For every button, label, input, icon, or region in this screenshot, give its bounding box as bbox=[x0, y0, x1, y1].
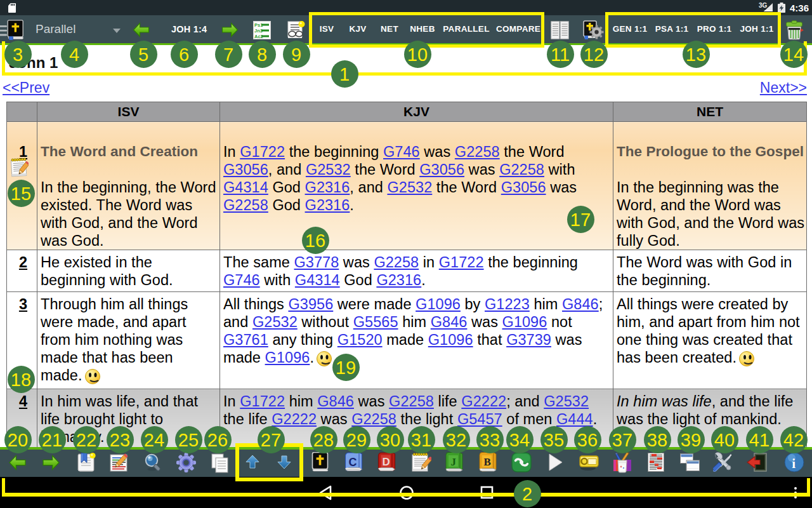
svg-text:D: D bbox=[383, 456, 390, 468]
svg-text:J: J bbox=[451, 456, 457, 468]
svg-text:i: i bbox=[792, 456, 796, 471]
svg-text:B: B bbox=[484, 456, 491, 468]
svg-text:Jn3: Jn3 bbox=[254, 28, 263, 34]
svg-text:C: C bbox=[349, 456, 357, 469]
